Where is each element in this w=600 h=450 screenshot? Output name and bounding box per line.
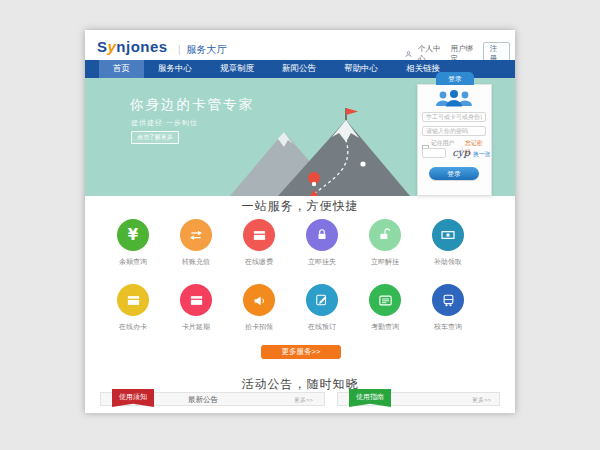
page-canvas: Synjones |服务大厅 个人中心 用户绑定 注册 首页 服务中心 规章制度… (0, 0, 600, 450)
login-tab[interactable]: 登录 (436, 72, 474, 85)
service-online-booking[interactable] (306, 284, 338, 316)
service-subsidy-collect[interactable] (432, 219, 464, 251)
transfer-arrows-icon (188, 227, 204, 243)
service-label: 考勤查询 (353, 322, 417, 332)
lock-open-icon (378, 228, 392, 242)
service-report-loss[interactable] (306, 219, 338, 251)
service-unlock-card[interactable] (369, 219, 401, 251)
attendance-list-icon (378, 293, 393, 308)
username-input[interactable] (422, 112, 486, 122)
service-attendance-inquiry[interactable] (369, 284, 401, 316)
edit-pencil-icon (315, 293, 329, 307)
left-more-link[interactable]: 更多>> (294, 396, 313, 405)
logo-suffix: njones (116, 38, 167, 55)
login-submit-button[interactable]: 登录 (429, 167, 479, 180)
nav-item-help[interactable]: 帮助中心 (330, 60, 392, 78)
service-label: 立即挂失 (290, 257, 354, 267)
service-label: 拾卡招领 (227, 322, 291, 332)
service-card-extension[interactable] (180, 284, 212, 316)
users-group-icon (431, 89, 477, 107)
right-more-link[interactable]: 更多>> (472, 396, 491, 405)
portal-name: 服务大厅 (187, 44, 227, 55)
user-icon (405, 50, 412, 58)
latest-announcements-tab[interactable]: 最新公告 (188, 395, 218, 405)
more-services-button[interactable]: 更多服务>> (261, 345, 341, 359)
bus-icon (441, 293, 456, 308)
hero-cta-button[interactable]: 点击了解更多 (131, 131, 179, 144)
captcha-image[interactable]: cyp (450, 146, 472, 159)
portal-title: |服务大厅 (178, 43, 227, 57)
nav-item-service-center[interactable]: 服务中心 (144, 60, 206, 78)
nav-item-home[interactable]: 首页 (99, 60, 144, 78)
banknote-icon (440, 227, 456, 243)
mountain-illustration (222, 106, 410, 196)
logo-prefix: S (97, 38, 108, 55)
service-label: 补助领取 (416, 257, 480, 267)
password-input[interactable] (422, 126, 486, 136)
lock-closed-icon (315, 228, 329, 242)
service-label: 校车查询 (416, 322, 480, 332)
service-label: 立即解挂 (353, 257, 417, 267)
megaphone-icon (252, 293, 267, 308)
bank-card-icon (126, 293, 141, 308)
nav-item-rules[interactable]: 规章制度 (206, 60, 268, 78)
yen-icon: ¥ (128, 226, 138, 244)
service-label: 在线缴费 (227, 257, 291, 267)
service-lost-found[interactable] (243, 284, 275, 316)
service-label: 在线预订 (290, 322, 354, 332)
service-online-payment[interactable] (243, 219, 275, 251)
logo-divider: | (178, 44, 181, 55)
service-balance-inquiry[interactable]: ¥ (117, 219, 149, 251)
service-online-card-apply[interactable] (117, 284, 149, 316)
nav-item-news[interactable]: 新闻公告 (268, 60, 330, 78)
services-title: 一站服务，方便快捷 (85, 198, 515, 215)
service-school-bus-inquiry[interactable] (432, 284, 464, 316)
hero-subtitle: 提供捷径 一步到位 (131, 118, 198, 128)
bank-card-icon (189, 293, 204, 308)
logo[interactable]: Synjones (97, 38, 168, 55)
service-transfer-recharge[interactable] (180, 219, 212, 251)
bank-card-icon (252, 228, 267, 243)
service-label: 在线办卡 (101, 322, 165, 332)
service-label: 转账充值 (164, 257, 228, 267)
captcha-input[interactable] (422, 148, 446, 158)
captcha-refresh-link[interactable]: 换一张 (473, 150, 490, 159)
service-label: 卡片延期 (164, 322, 228, 332)
service-label: 余额查询 (101, 257, 165, 267)
